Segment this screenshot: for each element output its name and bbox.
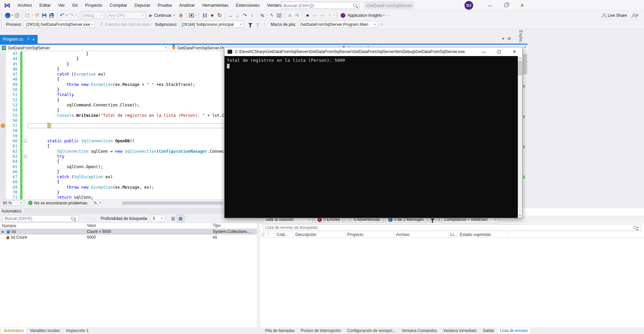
- navigate-back-button[interactable]: ←: [4, 12, 11, 19]
- code-cleanup-icon[interactable]: ✎: [92, 199, 99, 207]
- watch-row[interactable]: ▶lstCount = 5000System.Collections....: [0, 229, 257, 235]
- fold-margin[interactable]: [22, 82, 28, 87]
- scrollbar-thumb[interactable]: [523, 54, 527, 74]
- column-nombre[interactable]: Nombre: [0, 223, 85, 229]
- console-scrollbar[interactable]: ▲ ▼: [518, 56, 522, 218]
- output-window-icon[interactable]: ■: [304, 12, 311, 19]
- live-share-button[interactable]: Live Share: [602, 13, 627, 18]
- quick-search-box[interactable]: [281, 2, 359, 9]
- watch-name-cell[interactable]: lst.Count: [0, 235, 85, 240]
- error-column-1[interactable]: Descripción: [294, 232, 346, 237]
- error-header-icon-col[interactable]: !: [266, 232, 275, 237]
- console-title-bar[interactable]: C:\Devel\CSharp\GetDataFromSqlServer\Get…: [225, 47, 522, 56]
- clear-history-icon[interactable]: ×: [326, 12, 333, 19]
- tab-ventana-comandos[interactable]: Ventana Comandos: [399, 328, 439, 334]
- console-minimize-button[interactable]: —: [476, 47, 491, 56]
- tab-pila-de-llamadas[interactable]: Pila de llamadas: [263, 328, 297, 334]
- columns-options-icon[interactable]: ▦: [177, 215, 184, 222]
- fold-margin[interactable]: [22, 134, 28, 139]
- fold-margin[interactable]: [22, 185, 28, 190]
- tab-program-cs[interactable]: Program.cs ⊤ ×: [0, 35, 38, 44]
- pin-icon[interactable]: ⊤: [25, 37, 31, 42]
- restore-button[interactable]: [498, 0, 514, 11]
- expander-icon[interactable]: ▶: [2, 229, 5, 235]
- breakpoint-margin[interactable]: [0, 113, 6, 118]
- breakpoints-caret[interactable]: ▾: [266, 14, 268, 17]
- column-valor[interactable]: Valor: [85, 223, 211, 229]
- fold-margin[interactable]: [22, 62, 28, 67]
- fold-margin[interactable]: [22, 149, 28, 154]
- code-cleanup-caret[interactable]: ▾: [99, 201, 101, 204]
- error-header-icon-col[interactable]: [260, 232, 266, 237]
- tab-salida[interactable]: Salida: [480, 328, 496, 334]
- debugbar-overflow-icon[interactable]: ≡: [378, 21, 385, 28]
- error-search-input[interactable]: [265, 225, 634, 230]
- step-backward-icon[interactable]: ↩: [311, 12, 318, 19]
- collapse-icon[interactable]: −: [24, 140, 27, 143]
- save-all-button[interactable]: [48, 12, 55, 19]
- search-next-icon[interactable]: →: [89, 215, 97, 222]
- breakpoint-margin[interactable]: [0, 190, 6, 195]
- filter-caret[interactable]: ▾: [439, 218, 440, 221]
- hex-display-icon[interactable]: ▥: [169, 215, 177, 222]
- breakpoint-margin[interactable]: [0, 139, 6, 144]
- breakpoint-margin[interactable]: [0, 103, 6, 108]
- fold-margin[interactable]: −: [22, 139, 28, 144]
- watch-search-input[interactable]: [5, 216, 71, 221]
- menu-item-editar[interactable]: Editar: [36, 0, 54, 11]
- editor-vertical-scrollbar[interactable]: ▲ ▼: [522, 45, 528, 218]
- breakpoint-margin[interactable]: [0, 56, 6, 61]
- configuration-combo[interactable]: Debug▾: [80, 12, 104, 19]
- fold-margin[interactable]: [22, 113, 28, 118]
- thread-combo[interactable]: [28184] Subproceso principal▾: [180, 21, 244, 28]
- error-column-0[interactable]: Códi...: [275, 232, 294, 237]
- fold-margin[interactable]: [22, 92, 28, 97]
- new-project-button[interactable]: [24, 12, 31, 19]
- menu-item-archivo[interactable]: Archivo: [14, 0, 36, 11]
- continue-caret[interactable]: ▾: [174, 14, 175, 17]
- column-tipo[interactable]: Tipo: [211, 223, 257, 229]
- zoom-level-combo[interactable]: 90 %▾: [1, 200, 24, 206]
- menu-item-extensiones[interactable]: Extensiones: [232, 0, 263, 11]
- error-column-4[interactable]: Lí...: [449, 232, 458, 237]
- windows-list-button[interactable]: [276, 12, 283, 19]
- undo-button[interactable]: ↶: [58, 12, 66, 19]
- breakpoint-margin[interactable]: [0, 170, 6, 175]
- watch-row[interactable]: lst.Count5000int: [0, 235, 257, 240]
- send-feedback-button[interactable]: ⚙: [632, 13, 639, 17]
- open-file-button[interactable]: [33, 12, 41, 19]
- toolbar-overflow[interactable]: —: [386, 13, 390, 18]
- breakpoint-margin[interactable]: [0, 87, 6, 92]
- fold-margin[interactable]: [22, 123, 28, 128]
- tab-lista-de-errores[interactable]: Lista de errores: [498, 328, 530, 334]
- watch-value-cell[interactable]: Count = 5000: [85, 229, 211, 235]
- minimize-button[interactable]: —: [482, 0, 498, 11]
- solution-explorer-autohide-tab[interactable]: Explo...: [518, 30, 523, 46]
- fold-margin[interactable]: [22, 87, 28, 92]
- watch-type-cell[interactable]: int: [211, 235, 257, 240]
- tab-puntos-de-interrupci-n[interactable]: Puntos de interrupción: [298, 328, 343, 334]
- breakpoint-margin[interactable]: [0, 77, 6, 82]
- flagged-only-icon[interactable]: ⚐: [261, 21, 269, 28]
- menu-item-prueba[interactable]: Prueba: [154, 0, 176, 11]
- tab-close-icon[interactable]: ×: [32, 37, 35, 42]
- fold-margin[interactable]: [22, 164, 28, 170]
- watch-value-cell[interactable]: 5000: [85, 235, 211, 240]
- close-button[interactable]: ×: [514, 0, 530, 11]
- pause-button[interactable]: [201, 12, 208, 19]
- process-combo[interactable]: [29016] GetDataFromSqlServer.exe▾: [24, 21, 95, 28]
- lifecycle-events-label[interactable]: Eventos del ciclo de vida: [105, 22, 149, 27]
- fold-margin[interactable]: [22, 103, 28, 108]
- new-project-caret[interactable]: ▾: [32, 14, 33, 17]
- fold-margin[interactable]: [22, 67, 28, 72]
- autos-header[interactable]: Automático: [0, 208, 257, 214]
- application-insights-label[interactable]: Application Insights: [347, 13, 382, 18]
- fold-margin[interactable]: [22, 175, 28, 180]
- toolbar-grip[interactable]: [1, 13, 3, 18]
- console-window[interactable]: C:\Devel\CSharp\GetDataFromSqlServer\Get…: [224, 47, 523, 218]
- breakpoint-margin[interactable]: [0, 180, 6, 185]
- watch-search-box[interactable]: ▾: [3, 215, 79, 222]
- breakpoint-margin[interactable]: [0, 175, 6, 180]
- application-insights-caret[interactable]: ▾: [383, 14, 385, 17]
- show-threads-in-source-icon[interactable]: ≡: [286, 12, 293, 19]
